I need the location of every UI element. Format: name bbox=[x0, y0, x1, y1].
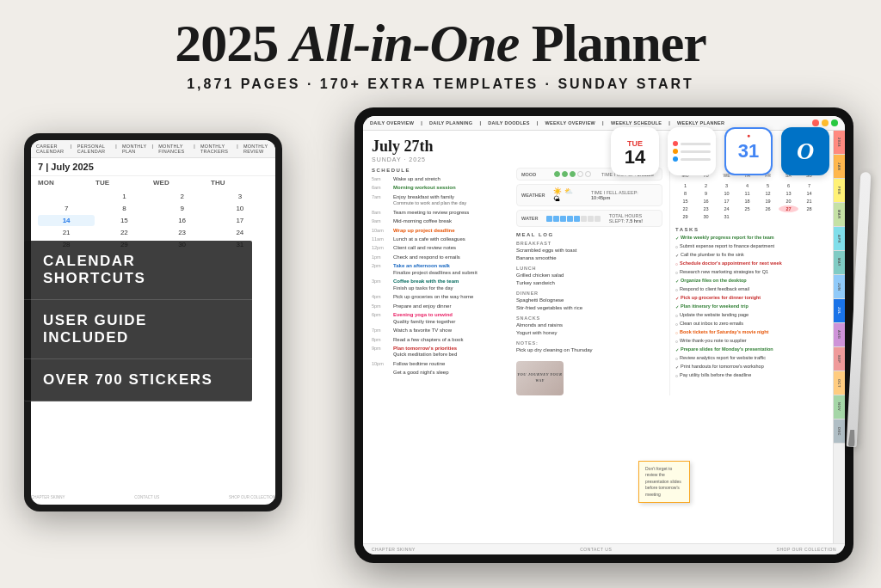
snacks-items: Almonds and raisinsYogurt with honey bbox=[516, 322, 662, 337]
tab-strip: 2024 JAN FEB MAR APR MAY JUN JUL AUG SEP… bbox=[833, 131, 845, 543]
inspirational-text: YOU JOURNEY YOUR WAY bbox=[516, 372, 564, 384]
task-9: ✓Plan itinerary for weekend trip bbox=[675, 303, 819, 310]
bottom-contact: CONTACT US bbox=[580, 547, 612, 552]
reminders-icon[interactable] bbox=[668, 127, 716, 175]
calendar-day-num: 14 bbox=[625, 148, 645, 167]
google-calendar-icon[interactable]: 31 ● bbox=[724, 127, 773, 175]
left-tablet-footer-center: CONTACT US bbox=[134, 495, 159, 499]
notes-text: Pick up dry cleaning on Thursday bbox=[516, 346, 662, 354]
tab-6[interactable]: MAY bbox=[834, 251, 845, 275]
tab-13[interactable]: DEC bbox=[834, 420, 845, 444]
tab-2[interactable]: JAN bbox=[834, 155, 845, 179]
right-panel: MOTUWETHFRSASU 1234567 891011121314 1516… bbox=[669, 168, 824, 395]
planner-two-col: SCHEDULE 5amWake up and stretch 6amMorni… bbox=[372, 168, 824, 395]
topbar-monthly-plan[interactable]: MONTHLY PLAN bbox=[122, 144, 146, 154]
dinner-label: DINNER bbox=[516, 291, 662, 296]
right-tablet-screen: DAILY OVERVIEW | DAILY PLANNING | DAILY … bbox=[363, 116, 845, 554]
bottom-shop: SHOP OUR COLLECTION bbox=[777, 547, 836, 552]
schedule-label: SCHEDULE bbox=[372, 168, 509, 173]
left-tablet-footer-left: CHAPTER SKINNY bbox=[31, 495, 65, 499]
sched-7am: 7amEnjoy breakfast with familyCommute to… bbox=[372, 193, 509, 207]
task-4: ○Schedule doctor's appointment for next … bbox=[675, 260, 819, 267]
task-17: ○Pay utility bills before the deadline bbox=[675, 372, 819, 379]
feature-badge-stickers: OVER 700 STICKERS bbox=[24, 359, 252, 401]
topbar-trackers[interactable]: MONTHLY TRACKERS bbox=[200, 144, 231, 154]
feature-badge-shortcuts: CALENDAR SHORTCUTS bbox=[24, 241, 252, 300]
task-3: ✓Call the plumber to fix the sink bbox=[675, 252, 819, 259]
sched-8pm: 8pmRead a few chapters of a book bbox=[372, 336, 509, 343]
sched-5am: 5amWake up and stretch bbox=[372, 175, 509, 182]
nav-dot-green[interactable] bbox=[831, 119, 838, 126]
topbar-finances[interactable]: MONTHLY FINANCES bbox=[158, 144, 188, 154]
nav-dots bbox=[812, 119, 838, 126]
feature-badge-guide: USER GUIDE INCLUDED bbox=[24, 300, 252, 359]
sched-6am: 6amMorning workout session bbox=[372, 184, 509, 191]
sched-sleep: Get a good night's sleep bbox=[372, 369, 509, 376]
tasks-section: TASKS ✓Write weekly progress report for … bbox=[675, 227, 819, 381]
task-12: ○Book tickets for Saturday's movie night bbox=[675, 329, 819, 336]
sched-5pm: 5pmPrepare and enjoy dinner bbox=[372, 303, 509, 309]
lunch-items: Grilled chicken saladTurkey sandwich bbox=[516, 272, 662, 287]
sched-10am: 10amWrap up project deadline bbox=[372, 227, 509, 234]
tab-11[interactable]: OCT bbox=[834, 371, 845, 395]
nav-dot-yellow[interactable] bbox=[822, 119, 829, 126]
feature-badges: CALENDAR SHORTCUTS USER GUIDE INCLUDED O… bbox=[24, 241, 252, 401]
sched-10pm: 10pmFollow bedtime routine bbox=[372, 360, 509, 367]
task-13: ○Write thank-you note to supplier bbox=[675, 338, 819, 345]
nav-weekly-overview[interactable]: WEEKLY OVERVIEW bbox=[545, 120, 596, 126]
task-5: ○Research new marketing strategies for Q… bbox=[675, 269, 819, 276]
middle-col: MOOD TIME I GOT UP: 5:05am bbox=[516, 168, 662, 395]
planner-content: July 27th SUNDAY · 2025 SCHEDULE 5amWake… bbox=[363, 131, 833, 543]
tab-1[interactable]: 2024 bbox=[834, 131, 845, 155]
task-15: ○Review analytics report for website tra… bbox=[675, 355, 819, 362]
sched-7pm: 7pmWatch a favorite TV show bbox=[372, 327, 509, 334]
sticky-note: Don't forget to review the presentation … bbox=[638, 461, 690, 504]
nav-dot-red[interactable] bbox=[812, 119, 819, 126]
task-11: ○Clean out inbox to zero emails bbox=[675, 321, 819, 328]
water-tracker: WATER TOTAL HOURS SL bbox=[516, 210, 662, 227]
left-tablet-footer-right: SHOP OUR COLLECTION bbox=[229, 495, 275, 499]
subtitle: 1,871 PAGES · 170+ EXTRA TEMPLATES · SUN… bbox=[0, 77, 881, 92]
sched-3pm: 3pmCoffee break with the teamFinish up t… bbox=[372, 278, 509, 291]
task-2: ○Submit expense report to finance depart… bbox=[675, 243, 819, 250]
outlook-icon[interactable]: O bbox=[781, 127, 829, 175]
nav-weekly-schedule[interactable]: WEEKLY SCHEDULE bbox=[611, 120, 662, 126]
right-tablet: DAILY OVERVIEW | DAILY PLANNING | DAILY … bbox=[354, 107, 853, 563]
tab-7[interactable]: JUN bbox=[834, 275, 845, 299]
lunch-label: LUNCH bbox=[516, 266, 662, 271]
task-14: ✓Prepare slides for Monday's presentatio… bbox=[675, 346, 819, 353]
main-title: 2025 All-in-One Planner bbox=[0, 15, 881, 71]
reminders-lines bbox=[668, 134, 716, 168]
sched-4pm: 4pmPick up groceries on the way home bbox=[372, 293, 509, 300]
meal-log-label: MEAL LOG bbox=[516, 232, 662, 237]
nav-daily-doodles[interactable]: DAILY DOODLES bbox=[488, 120, 530, 126]
tab-3[interactable]: FEB bbox=[834, 179, 845, 203]
topbar-personal[interactable]: PERSONAL CALENDAR bbox=[77, 144, 110, 154]
task-1: ✓Write weekly progress report for the te… bbox=[675, 235, 819, 242]
tasks-label: TASKS bbox=[675, 227, 819, 232]
nav-daily-overview[interactable]: DAILY OVERVIEW bbox=[370, 120, 414, 126]
tab-8[interactable]: JUL bbox=[834, 299, 845, 323]
ios-calendar-icon[interactable]: TUE 14 bbox=[611, 127, 659, 175]
nav-weekly-planner[interactable]: WEEKLY PLANNER bbox=[677, 120, 724, 126]
tab-10[interactable]: SEP bbox=[834, 347, 845, 371]
title-year: 2025 bbox=[175, 14, 291, 72]
topbar-review[interactable]: MONTHLY REVIEW bbox=[243, 144, 270, 154]
topbar-career[interactable]: CAREER CALENDAR bbox=[36, 144, 65, 154]
title-area: 2025 All-in-One Planner 1,871 PAGES · 17… bbox=[0, 0, 881, 92]
sched-8am: 8amTeam meeting to review progress bbox=[372, 209, 509, 216]
nav-daily-planning[interactable]: DAILY PLANNING bbox=[429, 120, 472, 126]
inspirational-box: YOU JOURNEY YOUR WAY bbox=[516, 361, 564, 395]
planner-bottom-bar: CHAPTER SKINNY CONTACT US SHOP OUR COLLE… bbox=[363, 543, 845, 554]
tab-5[interactable]: APR bbox=[834, 227, 845, 251]
notes-label: NOTES: bbox=[516, 340, 662, 346]
task-10: ○Update the website landing page bbox=[675, 312, 819, 319]
weather-tracker: WEATHER ☀️ ⛅ 🌤 TIME I FELL ASLEEP: 10:45… bbox=[516, 184, 662, 206]
tab-12[interactable]: NOV bbox=[834, 395, 845, 420]
mood-circles bbox=[554, 171, 591, 177]
task-6: ✓Organize files on the desktop bbox=[675, 278, 819, 285]
sched-6pm: 6pmEvening yoga to unwindQuality family … bbox=[372, 311, 509, 325]
snacks-label: SNACKS bbox=[516, 315, 662, 321]
tab-4[interactable]: MAR bbox=[834, 203, 845, 227]
tab-9[interactable]: AUG bbox=[834, 323, 845, 347]
